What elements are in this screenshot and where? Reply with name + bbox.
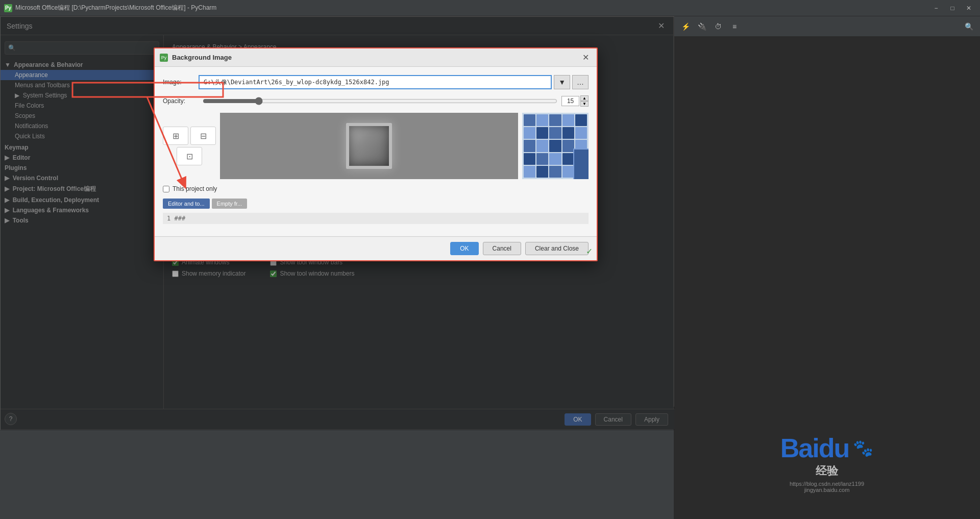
main-title-bar: Py Microsoft Office编程 [D:\PycharmProject… [0,0,980,16]
modal-cancel-button[interactable]: Cancel [483,242,521,255]
maximize-button[interactable]: □ [945,3,960,13]
image-path-input[interactable] [199,75,552,89]
pattern-cell [536,127,548,139]
background-image-modal: Py Background Image ✕ Image: ▼ … [154,47,598,261]
editor-and-to-button[interactable]: Editor and to... [163,199,210,209]
opacity-increment-button[interactable]: ▲ [580,95,589,101]
file-browse-icon: … [577,78,584,86]
pattern-cell [549,140,561,152]
layout-row-2: ⊡ [163,147,216,165]
pattern-cell [562,114,574,126]
modal-title-text: Background Image [172,54,579,61]
preview-blur-square [346,123,392,169]
image-path-row: Image: ▼ … [163,75,589,89]
pycharm-toolbar-icon-1[interactable]: ⚡ [678,19,693,34]
pattern-accent [573,149,589,179]
browse-button[interactable]: ▼ [554,75,570,89]
editor-preview-row: Editor and to... Empty fr... [163,199,589,209]
opacity-decrement-button[interactable]: ▼ [580,101,589,107]
empty-btn-label: Empty fr... [217,201,242,207]
layout-row-1: ⊞ ⊟ [163,127,216,145]
pattern-cell [536,166,548,178]
checkmark-icon: ✓ [586,246,593,256]
opacity-label: Opacity: [163,97,199,105]
pattern-cell [524,127,535,139]
pattern-cell [562,140,574,152]
pycharm-toolbar-icon-2[interactable]: 🔌 [695,19,709,34]
pattern-cell [549,127,561,139]
modal-ok-button[interactable]: OK [450,242,478,255]
baidu-url-top: https://blog.csdn.net/lanz1199 [790,481,864,487]
pattern-cell [524,140,535,152]
layout-options: ⊞ ⊟ ⊡ [163,113,216,179]
project-only-label: This project only [173,185,217,192]
code-line-text: 1 ### [167,215,185,222]
layout-center-button[interactable]: ⊟ [190,127,216,145]
settings-dialog: Settings ✕ 🔍 ▼ Appearance & Behavior App… [0,16,674,430]
close-button[interactable]: ✕ [962,3,976,13]
file-browse-button[interactable]: … [572,75,589,89]
preview-area: ⊞ ⊟ ⊡ [163,113,589,179]
pattern-cell [524,166,535,178]
baidu-paw-icon: 🐾 [853,438,873,458]
pattern-cell [575,127,587,139]
pattern-cell [575,114,587,126]
modal-close-button[interactable]: ✕ [579,52,592,64]
image-label: Image: [163,79,199,86]
modal-overlay: Py Background Image ✕ Image: ▼ … [1,17,674,430]
pattern-cell [549,166,561,178]
main-window-title: Microsoft Office编程 [D:\PycharmProjects\M… [15,4,929,12]
window-controls: − □ ✕ [929,3,976,13]
pattern-cell [536,153,548,165]
preview-canvas-pattern [522,113,589,179]
pattern-cell [524,114,535,126]
app-icon: Py [4,4,12,12]
project-only-checkbox[interactable] [163,186,169,192]
pattern-cell [536,140,548,152]
project-only-row: This project only [163,185,589,192]
opacity-value: 15 [561,96,579,106]
modal-footer: OK Cancel Clear and Close [155,236,597,260]
opacity-slider[interactable] [203,97,557,105]
pycharm-toolbar-icon-3[interactable]: ⏱ [711,19,725,34]
baidu-url-bottom: jingyan.baidu.com [804,487,850,493]
layout-tile-button[interactable]: ⊞ [163,127,188,145]
pattern-cell [562,153,574,165]
modal-title-icon: Py [160,54,168,62]
modal-body: Image: ▼ … Opacity: 15 [155,67,597,236]
pycharm-editor-panel: ⚡ 🔌 ⏱ ≡ 🔍 Baidu 🐾 经验 https://blog.csdn.n… [674,16,980,519]
opacity-number: 15 [567,97,574,105]
modal-clear-close-button[interactable]: Clear and Close [525,242,589,255]
pattern-cell [562,127,574,139]
opacity-row: Opacity: 15 ▲ ▼ [163,95,589,107]
baidu-subtitle: 经验 [816,463,838,479]
pattern-cell [549,153,561,165]
code-preview-line: 1 ### [163,213,589,224]
preview-canvas-blur [220,113,518,179]
pycharm-toolbar: ⚡ 🔌 ⏱ ≡ 🔍 [674,16,980,37]
pycharm-toolbar-icon-4[interactable]: ≡ [727,19,742,34]
pycharm-search-icon[interactable]: 🔍 [962,19,976,34]
minimize-button[interactable]: − [929,3,943,13]
pattern-cell [562,166,574,178]
pattern-cell [549,114,561,126]
baidu-logo: Baidu [780,433,849,463]
pattern-cell [524,153,535,165]
browse-icon: ▼ [558,78,566,86]
empty-from-button[interactable]: Empty fr... [212,199,248,209]
baidu-watermark: Baidu 🐾 经验 https://blog.csdn.net/lanz119… [674,407,980,519]
layout-fit-button[interactable]: ⊡ [177,147,202,165]
pattern-cell [536,114,548,126]
editor-btn-label: Editor and to... [168,201,205,207]
modal-title-bar: Py Background Image ✕ [155,48,597,67]
